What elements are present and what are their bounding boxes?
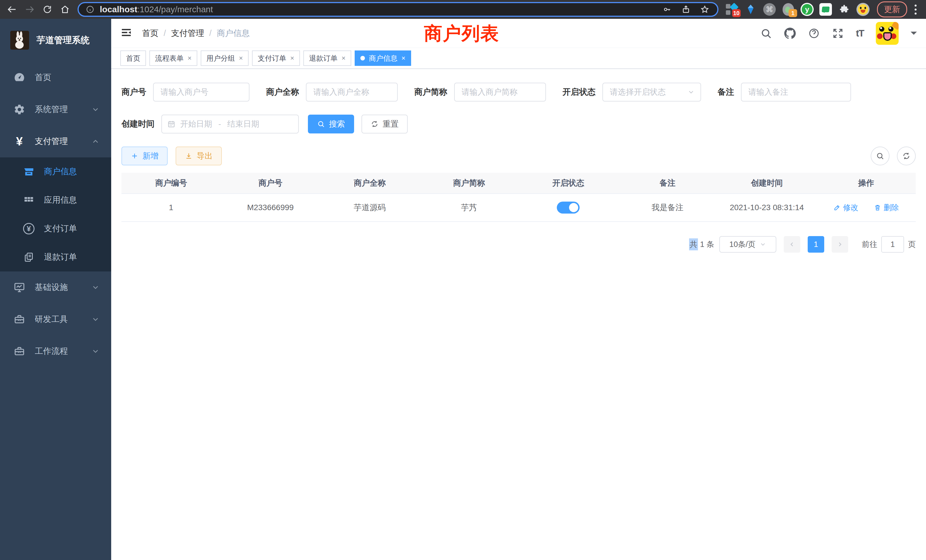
app-logo[interactable]: 芋道管理系统 <box>0 19 111 62</box>
address-bar[interactable]: localhost:1024/pay/merchant <box>77 2 719 17</box>
table-row: 1 M233666999 芋道源码 芋艿 我是备注 2021-10-23 08:… <box>121 194 916 222</box>
prev-page-button[interactable] <box>784 236 800 253</box>
merchant-short-input[interactable] <box>461 88 539 97</box>
table-header-row: 商户编号 商户号 商户全称 商户简称 开启状态 备注 创建时间 操作 <box>121 173 916 194</box>
font-size-icon[interactable]: tT <box>856 28 864 39</box>
cell-merchant-no: M233666999 <box>221 203 320 212</box>
sidebar-item-system[interactable]: 系统管理 <box>0 94 111 126</box>
github-icon[interactable] <box>784 27 796 39</box>
chevron-down-icon <box>91 347 100 356</box>
app-window: 芋道管理系统 首页 系统管理 ¥ 支付管理 商户信息 <box>0 19 926 560</box>
bookmark-star-icon[interactable] <box>700 5 709 14</box>
sidebar-item-home[interactable]: 首页 <box>0 62 111 94</box>
breadcrumb-separator: / <box>209 29 212 38</box>
status-toggle[interactable] <box>557 201 580 213</box>
sidebar-item-pay-order[interactable]: ¥ 支付订单 <box>0 215 111 243</box>
close-icon[interactable]: × <box>239 55 243 62</box>
extension-gem-icon[interactable] <box>744 3 757 16</box>
next-page-button[interactable] <box>832 236 848 253</box>
sidebar-item-pay[interactable]: ¥ 支付管理 <box>0 126 111 157</box>
sidebar-item-label: 支付管理 <box>35 136 68 147</box>
tab-user-group[interactable]: 用户分组× <box>201 50 249 66</box>
sidebar-item-infra[interactable]: 基础设施 <box>0 271 111 303</box>
yen-circle-icon: ¥ <box>22 223 35 235</box>
close-icon[interactable]: × <box>401 55 406 62</box>
user-avatar[interactable] <box>876 22 899 45</box>
tab-process-form[interactable]: 流程表单× <box>150 50 197 66</box>
search-icon[interactable] <box>760 27 772 39</box>
sidebar-item-dev-tools[interactable]: 研发工具 <box>0 303 111 335</box>
logo-avatar-image <box>10 31 29 50</box>
page-number-1[interactable]: 1 <box>808 236 824 253</box>
extension-grid-icon[interactable]: 10 <box>725 3 738 16</box>
pagination: 共 1 条 10条/页 1 前往 页 <box>121 236 916 253</box>
chevron-up-icon <box>91 137 100 146</box>
browser-menu-icon[interactable] <box>915 4 917 15</box>
sidebar-item-label: 应用信息 <box>44 194 77 206</box>
document-icon <box>22 251 35 263</box>
remark-input[interactable] <box>748 88 844 97</box>
tab-merchant-info[interactable]: 商户信息× <box>355 50 411 66</box>
tab-refund-order[interactable]: 退款订单× <box>303 50 351 66</box>
field-merchant-no: 商户号 <box>121 83 250 101</box>
tab-pay-order[interactable]: 支付订单× <box>252 50 300 66</box>
sidebar-item-merchant-info[interactable]: 商户信息 <box>0 157 111 186</box>
column-header: 创建时间 <box>717 178 817 188</box>
back-icon[interactable] <box>4 2 20 17</box>
edit-button[interactable]: 修改 <box>833 203 858 213</box>
sidebar-item-refund-order[interactable]: 退款订单 <box>0 243 111 271</box>
sidebar-item-label: 商户信息 <box>44 166 77 177</box>
sidebar-item-app-info[interactable]: 应用信息 <box>0 186 111 215</box>
extension-chat-icon[interactable] <box>819 3 832 16</box>
extension-y-icon[interactable]: y <box>800 3 814 16</box>
status-select[interactable]: 请选择开启状态 <box>602 83 701 101</box>
page-size-select[interactable]: 10条/页 <box>719 236 776 253</box>
field-merchant-name: 商户全称 <box>266 83 398 101</box>
site-info-icon[interactable] <box>85 4 96 15</box>
fullscreen-icon[interactable] <box>832 27 844 39</box>
delete-button[interactable]: 删除 <box>874 203 899 213</box>
forward-icon[interactable] <box>22 2 38 17</box>
extension-command-icon[interactable]: ⌘ <box>763 3 776 16</box>
reset-button[interactable]: 重置 <box>362 115 408 133</box>
breadcrumb-home[interactable]: 首页 <box>142 28 159 39</box>
date-end-placeholder: 结束日期 <box>227 119 259 129</box>
breadcrumb-pay[interactable]: 支付管理 <box>171 28 204 39</box>
reload-icon[interactable] <box>39 2 55 17</box>
add-button[interactable]: 新增 <box>121 147 168 165</box>
goto-label: 前往 <box>862 239 877 250</box>
search-button[interactable]: 搜索 <box>308 115 354 133</box>
close-icon[interactable]: × <box>290 55 294 62</box>
merchant-name-input[interactable] <box>313 88 390 97</box>
help-icon[interactable] <box>808 27 820 39</box>
refresh-button[interactable] <box>897 147 916 165</box>
tab-home[interactable]: 首页 <box>120 50 146 66</box>
show-search-button[interactable] <box>871 147 890 165</box>
sidebar-item-workflow[interactable]: 工作流程 <box>0 335 111 367</box>
field-label: 备注 <box>717 86 734 98</box>
screen: localhost:1024/pay/merchant 10 ⌘ 1 <box>0 0 926 560</box>
gear-icon <box>12 103 26 115</box>
extension-blob-icon[interactable]: 1 <box>782 3 795 16</box>
date-range-picker[interactable]: 开始日期 - 结束日期 <box>161 115 299 133</box>
extensions-puzzle-icon[interactable] <box>838 3 851 16</box>
profile-avatar-icon[interactable] <box>856 3 870 16</box>
password-key-icon[interactable] <box>663 5 672 14</box>
close-icon[interactable]: × <box>342 55 345 62</box>
share-icon[interactable] <box>681 5 690 14</box>
cell-id: 1 <box>121 203 221 212</box>
url-host: localhost <box>100 5 138 14</box>
merchant-no-input[interactable] <box>160 88 242 97</box>
column-header: 商户全称 <box>320 178 419 188</box>
export-button[interactable]: 导出 <box>176 147 222 165</box>
goto-page-input[interactable] <box>881 236 904 253</box>
column-header: 商户简称 <box>419 178 519 188</box>
cell-remark: 我是备注 <box>618 202 717 213</box>
user-menu-caret-icon[interactable] <box>911 32 917 38</box>
extension-badge: 10 <box>732 9 741 17</box>
collapse-sidebar-icon[interactable] <box>120 27 134 40</box>
update-button[interactable]: 更新 <box>877 2 907 17</box>
pay-submenu: 商户信息 应用信息 ¥ 支付订单 退款订单 <box>0 157 111 271</box>
close-icon[interactable]: × <box>188 55 192 62</box>
home-icon[interactable] <box>57 2 73 17</box>
